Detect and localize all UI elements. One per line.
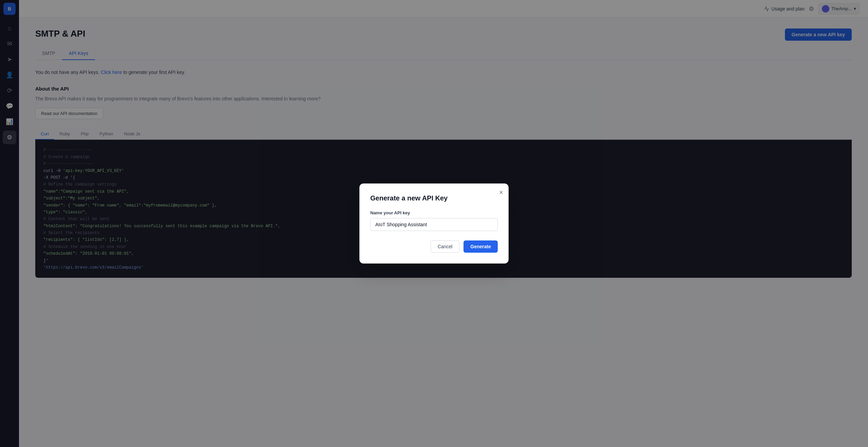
modal-overlay[interactable]: × Generate a new API Key Name your API k… — [0, 0, 868, 447]
generate-button[interactable]: Generate — [463, 240, 498, 253]
api-key-name-input[interactable] — [370, 218, 498, 231]
generate-api-key-modal: × Generate a new API Key Name your API k… — [359, 183, 509, 264]
modal-close-button[interactable]: × — [499, 189, 503, 196]
cancel-button[interactable]: Cancel — [431, 240, 460, 253]
modal-actions: Cancel Generate — [370, 240, 498, 253]
modal-title: Generate a new API Key — [370, 194, 498, 202]
api-key-name-label: Name your API key — [370, 210, 498, 215]
